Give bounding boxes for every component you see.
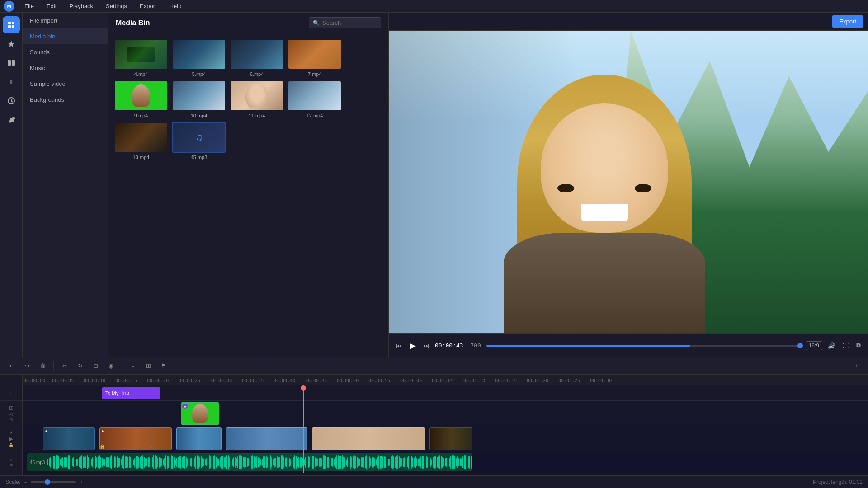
skip-back-button[interactable]: ⏮ bbox=[394, 340, 404, 351]
media-item[interactable]: 4.mp4 bbox=[114, 39, 168, 77]
track-clip-4[interactable] bbox=[226, 427, 307, 450]
ruler-spacer bbox=[0, 375, 22, 385]
scale-slider[interactable] bbox=[31, 481, 76, 483]
ruler-mark-110: 00:01:10 bbox=[463, 378, 485, 383]
scale-plus-icon[interactable]: + bbox=[80, 479, 83, 485]
play-button[interactable]: ▶ bbox=[408, 339, 418, 352]
undo-button[interactable]: ↩ bbox=[5, 360, 18, 372]
timeline-ruler: 00:00:00 00:00:05 00:00:10 00:00:15 00:0… bbox=[23, 375, 868, 385]
media-thumb-45mp3[interactable]: ♫ bbox=[172, 122, 226, 153]
sidebar-icon-text[interactable]: T bbox=[3, 73, 20, 90]
list-button[interactable]: ≡ bbox=[127, 360, 139, 372]
media-thumb-12mp4[interactable] bbox=[288, 80, 342, 111]
sidebar-icon-history[interactable] bbox=[3, 92, 20, 109]
media-thumb-9mp4[interactable] bbox=[114, 80, 168, 111]
panel-item-music[interactable]: Music bbox=[23, 60, 108, 76]
media-thumb-11mp4[interactable] bbox=[230, 80, 284, 111]
menu-settings[interactable]: Settings bbox=[103, 2, 130, 10]
media-item[interactable]: 11.mp4 bbox=[230, 80, 284, 118]
media-item[interactable]: 13.mp4 bbox=[114, 122, 168, 160]
media-thumb-13mp4[interactable] bbox=[114, 122, 168, 153]
audio-waveform[interactable]: 45.mp3 // Generate waveform bars inline … bbox=[27, 453, 472, 471]
track-clip-6[interactable] bbox=[429, 427, 472, 450]
scale-bar: Scale: − + Project length: 01:02 bbox=[0, 475, 868, 488]
sidebar-icon-tools[interactable] bbox=[3, 111, 20, 128]
volume-button[interactable]: 🔊 bbox=[826, 340, 837, 351]
ruler-mark-120: 00:01:20 bbox=[527, 378, 548, 383]
skip-forward-button[interactable]: ⏭ bbox=[421, 340, 431, 351]
sidebar-icon-effects[interactable] bbox=[3, 35, 20, 52]
media-thumb-7mp4[interactable] bbox=[288, 39, 342, 70]
media-item[interactable]: 10.mp4 bbox=[172, 80, 226, 118]
fullscreen-button[interactable]: ⛶ bbox=[841, 340, 851, 351]
sidebar-icon-transitions[interactable] bbox=[3, 54, 20, 71]
media-label: 11.mp4 bbox=[249, 113, 265, 118]
track-clip-3[interactable] bbox=[176, 427, 222, 450]
search-icon: 🔍 bbox=[313, 20, 320, 26]
panel-item-backgrounds[interactable]: Backgrounds bbox=[23, 92, 108, 108]
media-thumb-5mp4[interactable] bbox=[172, 39, 226, 70]
media-thumb-6mp4[interactable] bbox=[230, 39, 284, 70]
menu-file[interactable]: File bbox=[22, 2, 37, 10]
text-track-icon: T bbox=[0, 385, 22, 401]
scale-minus-icon[interactable]: − bbox=[24, 479, 27, 485]
ruler-mark-100: 00:01:00 bbox=[400, 378, 422, 383]
overlay-button[interactable]: ⊞ bbox=[142, 360, 155, 372]
ruler-mark-45: 00:00:45 bbox=[305, 378, 327, 383]
crop-button[interactable]: ⊡ bbox=[89, 360, 102, 372]
redo2-button[interactable]: ↻ bbox=[74, 360, 86, 372]
flag-button[interactable]: ⚑ bbox=[157, 360, 170, 372]
delete-button[interactable]: 🗑 bbox=[36, 360, 49, 372]
ruler-mark-20: 00:00:20 bbox=[147, 378, 169, 383]
panel-item-sample-video[interactable]: Sample video bbox=[23, 76, 108, 92]
title-clip[interactable]: Tt My Trip bbox=[102, 387, 160, 399]
scale-label: Scale: bbox=[5, 479, 20, 485]
media-item[interactable]: 7.mp4 bbox=[288, 39, 342, 77]
menu-export[interactable]: Export bbox=[137, 2, 160, 10]
menu-playback[interactable]: Playback bbox=[66, 2, 96, 10]
aspect-ratio-badge[interactable]: 16:9 bbox=[806, 341, 822, 350]
media-item[interactable]: ♫ 45.mp3 bbox=[172, 122, 226, 160]
pip-button[interactable]: ⧉ bbox=[854, 340, 863, 351]
timeline-content[interactable]: 00:00:00 00:00:05 00:00:10 00:00:15 00:0… bbox=[23, 375, 868, 475]
redo-button[interactable]: ↪ bbox=[21, 360, 33, 372]
search-input[interactable] bbox=[322, 19, 377, 26]
marker-button[interactable]: ◉ bbox=[104, 360, 117, 372]
progress-bar[interactable] bbox=[486, 345, 800, 347]
export-button[interactable]: Export bbox=[832, 15, 863, 28]
timeline-area: ↩ ↪ 🗑 ✂ ↻ ⊡ ◉ ≡ ⊞ ⚑ + T ⊞◎⊕ ★▶🔒 ♪≋ bbox=[0, 357, 868, 488]
track-clip-2[interactable]: ★ bbox=[99, 427, 172, 450]
media-thumb-10mp4[interactable] bbox=[172, 80, 226, 111]
media-label: 13.mp4 bbox=[133, 155, 150, 160]
audio-track-row: 45.mp3 // Generate waveform bars inline … bbox=[23, 451, 868, 473]
media-label: 12.mp4 bbox=[307, 113, 323, 118]
cut-button[interactable]: ✂ bbox=[58, 360, 71, 372]
menu-edit[interactable]: Edit bbox=[44, 2, 59, 10]
waveform-bars: // Generate waveform bars inline const w… bbox=[47, 453, 472, 471]
panel-item-sounds[interactable]: Sounds bbox=[23, 44, 108, 60]
track-clip-5[interactable] bbox=[312, 427, 425, 450]
media-item[interactable]: 12.mp4 bbox=[288, 80, 342, 118]
panel-item-media-bin[interactable]: Media bin bbox=[23, 28, 108, 44]
overlay-track-icon: ⊞◎⊕ bbox=[0, 401, 22, 426]
ruler-mark-15: 00:00:15 bbox=[115, 378, 137, 383]
star-badge: ★ bbox=[182, 404, 188, 409]
timecode-ms: .700 bbox=[467, 342, 481, 349]
add-track-button[interactable]: + bbox=[850, 360, 863, 372]
track-clip-greenscreen[interactable]: ★ bbox=[181, 402, 219, 425]
menu-help[interactable]: Help bbox=[167, 2, 184, 10]
media-item[interactable]: 9.mp4 bbox=[114, 80, 168, 118]
ruler-mark-55: 00:00:55 bbox=[368, 378, 390, 383]
panel-item-file-import[interactable]: File import bbox=[23, 13, 108, 28]
ruler-mark-25: 00:00:25 bbox=[179, 378, 200, 383]
sidebar-icon-home[interactable] bbox=[3, 16, 20, 33]
sidebar-icons: T bbox=[0, 13, 23, 357]
track-clip-1[interactable]: ★ bbox=[43, 427, 95, 450]
media-item[interactable]: 5.mp4 bbox=[172, 39, 226, 77]
media-thumb-4mp4[interactable] bbox=[114, 39, 168, 70]
timecode: 00:00:43 bbox=[435, 342, 463, 349]
svg-marker-4 bbox=[8, 41, 15, 47]
media-item[interactable]: 6.mp4 bbox=[230, 39, 284, 77]
video-controls: ⏮ ▶ ⏭ 00:00:43.700 16:9 🔊 ⛶ ⧉ bbox=[389, 333, 868, 357]
search-box[interactable]: 🔍 bbox=[309, 17, 381, 28]
